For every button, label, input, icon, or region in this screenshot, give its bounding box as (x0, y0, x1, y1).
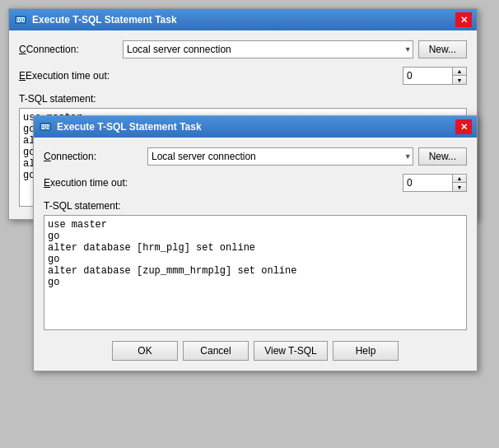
window-2: SQL Execute T-SQL Statement Task ✕ Conne… (33, 115, 478, 371)
tsql-label-2: T-SQL statement: (44, 200, 467, 212)
timeout-label-1: EExecution time out: (19, 70, 118, 82)
spinner-up-1[interactable]: ▲ (453, 68, 466, 76)
timeout-input-2[interactable] (403, 174, 452, 192)
connection-select-wrapper-1: Local server connection ▼ (123, 40, 413, 58)
spinner-buttons-1: ▲ ▼ (452, 67, 467, 85)
timeout-input-1[interactable]: 0 (403, 67, 452, 85)
view-tsql-button[interactable]: View T-SQL (254, 341, 328, 361)
window-icon-1: SQL (14, 13, 27, 26)
spinner-1: 0 ▲ ▼ (403, 67, 467, 85)
spinner-down-1[interactable]: ▼ (453, 76, 466, 84)
title-text-2: Execute T-SQL Statement Task (57, 121, 202, 133)
ok-button[interactable]: OK (112, 341, 178, 361)
connection-label-2: Connection: (44, 151, 142, 162)
connection-select-wrapper-2: Local server connection ▼ (147, 147, 413, 166)
spinner-up-2[interactable]: ▲ (453, 175, 466, 183)
title-bar-left-2: SQL Execute T-SQL Statement Task (39, 120, 202, 133)
bottom-buttons: OK Cancel View T-SQL Help (44, 341, 467, 361)
timeout-row-2: Execution time out: ▲ ▼ (44, 174, 467, 192)
connection-select-2[interactable]: Local server connection (147, 147, 413, 166)
svg-text:SQL: SQL (40, 124, 51, 129)
window-icon-2: SQL (39, 120, 52, 133)
title-bar-1: SQL Execute T-SQL Statement Task ✕ (9, 9, 477, 30)
title-bar-left-1: SQL Execute T-SQL Statement Task (14, 13, 177, 26)
timeout-row-1: EExecution time out: 0 ▲ ▼ (19, 67, 467, 85)
timeout-label-2: Execution time out: (44, 177, 142, 189)
spinner-buttons-2: ▲ ▼ (452, 174, 467, 192)
tsql-textarea-2[interactable]: use master go alter database [hrm_plg] s… (44, 215, 467, 330)
connection-label-1: CConnection: (19, 44, 118, 55)
new-button-1[interactable]: New... (418, 40, 467, 58)
spinner-2: ▲ ▼ (403, 174, 467, 192)
cancel-button[interactable]: Cancel (183, 341, 249, 361)
title-text-1: Execute T-SQL Statement Task (32, 14, 177, 26)
spinner-down-2[interactable]: ▼ (453, 183, 466, 191)
title-bar-2: SQL Execute T-SQL Statement Task ✕ (34, 116, 477, 138)
window-body-2: Connection: Local server connection ▼ Ne… (34, 138, 477, 371)
connection-select-1[interactable]: Local server connection (123, 40, 413, 58)
tsql-label-1: T-SQL statement: (19, 93, 467, 105)
new-button-2[interactable]: New... (418, 147, 467, 166)
connection-row-1: CConnection: Local server connection ▼ N… (19, 40, 467, 58)
connection-row-2: Connection: Local server connection ▼ Ne… (44, 147, 467, 166)
svg-text:SQL: SQL (16, 17, 26, 22)
close-button-1[interactable]: ✕ (455, 12, 472, 27)
close-button-2[interactable]: ✕ (455, 119, 472, 134)
help-button[interactable]: Help (333, 341, 399, 361)
